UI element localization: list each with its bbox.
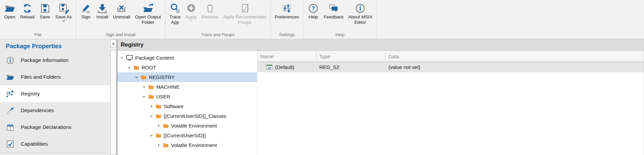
trace-app-button[interactable]: Trace App (167, 2, 183, 25)
open-output-folder-button[interactable]: Open Output Folder (132, 2, 163, 25)
tree-item-registry[interactable]: REGISTRY (117, 72, 257, 82)
folder-icon (141, 75, 147, 80)
chevron-down-icon[interactable] (127, 65, 132, 70)
save-icon (39, 2, 51, 14)
sidebar-item-label: Dependencies (21, 107, 54, 113)
sidebar-title: Package Properties (0, 39, 110, 52)
column-header-data[interactable]: Data (385, 52, 644, 60)
help-button[interactable]: ?Help (305, 2, 321, 20)
tree-item-user[interactable]: USER (117, 92, 257, 101)
table-rows: ab(Default)REG_SZ(value not set) (257, 62, 644, 72)
tree-item-volatile-environment[interactable]: Volatile Environment (117, 121, 257, 131)
table-row-default[interactable]: ab(Default)REG_SZ(value not set) (257, 62, 644, 72)
folder-icon (148, 85, 154, 89)
column-header-name[interactable]: Name (257, 51, 316, 62)
apply-button[interactable]: Apply (183, 2, 199, 23)
sidebar-item-package-declarations[interactable]: Package Declarations (0, 119, 110, 136)
folder-icon (163, 143, 169, 148)
ribbon-group-label: File (0, 31, 76, 39)
tree-item-currentusersid[interactable]: [{CurrentUserSID}] (117, 131, 257, 140)
remove-button[interactable]: Remove (199, 2, 221, 20)
uninstall-button[interactable]: Uninstall (111, 2, 133, 20)
remove-icon (204, 2, 216, 14)
about-msix-editor-button[interactable]: About MSIX Editor (346, 2, 375, 25)
ribbon-group-sign-and-install: SignInstallUninstallOpen Output FolderSi… (76, 0, 165, 39)
button-label: Uninstall (113, 14, 130, 20)
button-label: Apply Recommended Fixups (223, 14, 266, 25)
preferences-button[interactable]: Preferences (272, 2, 302, 20)
chevron-down-icon[interactable] (120, 56, 124, 60)
triangle-up-icon (112, 42, 115, 45)
chevron-down-icon[interactable] (149, 114, 154, 118)
page-title: Registry (117, 39, 644, 51)
chevron-down-icon[interactable] (135, 75, 139, 79)
tree-item-volatile-environment[interactable]: Volatile Environment (117, 140, 257, 150)
button-label: About MSIX Editor (348, 14, 372, 25)
sign-button[interactable]: Sign (78, 2, 94, 20)
tree-item-currentusersid-classes[interactable]: [{CurrentUserSID}]_Classes (117, 111, 257, 121)
chevron-down-icon[interactable] (142, 94, 147, 99)
ribbon-group-buttons: ?HelpFeedbackAbout MSIX Editor (304, 0, 376, 31)
save-button[interactable]: Save (37, 2, 53, 20)
feedback-icon (328, 2, 339, 14)
chevron-right-icon[interactable] (142, 85, 147, 89)
sidebar-item-package-information[interactable]: Package Information (0, 52, 110, 69)
recommended-fixups-icon (239, 2, 251, 14)
sign-pen-icon (80, 2, 92, 14)
scrollbar-up-button[interactable] (110, 40, 116, 48)
cell-name: ab(Default) (257, 62, 316, 72)
tree-item-label: Volatile Environment (171, 142, 217, 148)
button-label: Install (96, 14, 108, 20)
tree-item-label: MACHINE (156, 84, 179, 90)
registry-tree: Package ContentROOTREGISTRYMACHINEUSERSo… (117, 51, 257, 155)
button-label: Remove (202, 14, 218, 20)
save-as-icon (58, 2, 69, 14)
tree-item-label: Software (164, 103, 183, 109)
button-label: Preferences (275, 14, 299, 20)
ribbon-group-file: OpenReloadSaveSave AsFile (0, 0, 76, 39)
button-label: Open Output Folder (135, 14, 161, 25)
feedback-button[interactable]: Feedback (321, 2, 346, 20)
sidebar-item-capabilities[interactable]: Capabilities (0, 136, 110, 152)
button-label: Feedback (324, 14, 343, 20)
chevron-right-icon[interactable] (149, 104, 154, 108)
ribbon-group-settings: PreferencesSettings (271, 0, 304, 39)
chevron-down-icon[interactable] (149, 133, 154, 138)
button-label: Save As (55, 14, 72, 20)
right-edge-line (643, 51, 644, 155)
chevron-right-icon[interactable] (157, 143, 161, 147)
open-button[interactable]: Open (2, 2, 18, 20)
folder-icon (163, 124, 169, 128)
tree-item-label: USER (156, 94, 170, 99)
apply-recommended-fixups-button[interactable]: Apply Recommended Fixups (221, 2, 269, 25)
sidebar-scrollbar (110, 39, 117, 155)
tree-item-machine[interactable]: MACHINE (117, 82, 257, 92)
reload-button[interactable]: Reload (18, 2, 37, 20)
tree-item-package-content[interactable]: Package Content (117, 53, 257, 63)
folder-icon (156, 104, 161, 109)
open-output-folder-icon (142, 2, 154, 14)
sidebar-item-dependencies[interactable]: Dependencies (0, 102, 110, 119)
folder-icon (156, 114, 161, 119)
info-icon (6, 56, 14, 65)
scrollbar-thumb[interactable] (110, 50, 116, 155)
save-as-button[interactable]: Save As (53, 2, 74, 23)
value-name-label: (Default) (275, 64, 294, 70)
chevron-right-icon[interactable] (157, 124, 161, 128)
sidebar: Package Properties Package InformationFi… (0, 39, 110, 155)
about-icon (355, 2, 366, 14)
preferences-icon (281, 2, 292, 14)
tree-item-root[interactable]: ROOT (117, 63, 257, 72)
ribbon-group-trace-and-fixups: Trace AppApplyRemoveApply Recommended Fi… (165, 0, 271, 39)
install-button[interactable]: Install (94, 2, 110, 20)
registry-values-table: NameTypeData ab(Default)REG_SZ(value not… (257, 51, 644, 155)
ribbon-group-label: Help (304, 31, 376, 39)
apply-icon (185, 2, 197, 14)
sidebar-item-files-and-folders[interactable]: Files and Folders (0, 69, 110, 85)
tree-item-label: ROOT (142, 65, 156, 70)
tree-item-label: [{CurrentUserSID}]_Classes (164, 113, 226, 119)
tree-item-software[interactable]: Software (117, 101, 257, 111)
sidebar-item-registry[interactable]: Registry (0, 85, 110, 102)
uninstall-icon (116, 2, 127, 14)
column-header-type[interactable]: Type (316, 52, 385, 60)
